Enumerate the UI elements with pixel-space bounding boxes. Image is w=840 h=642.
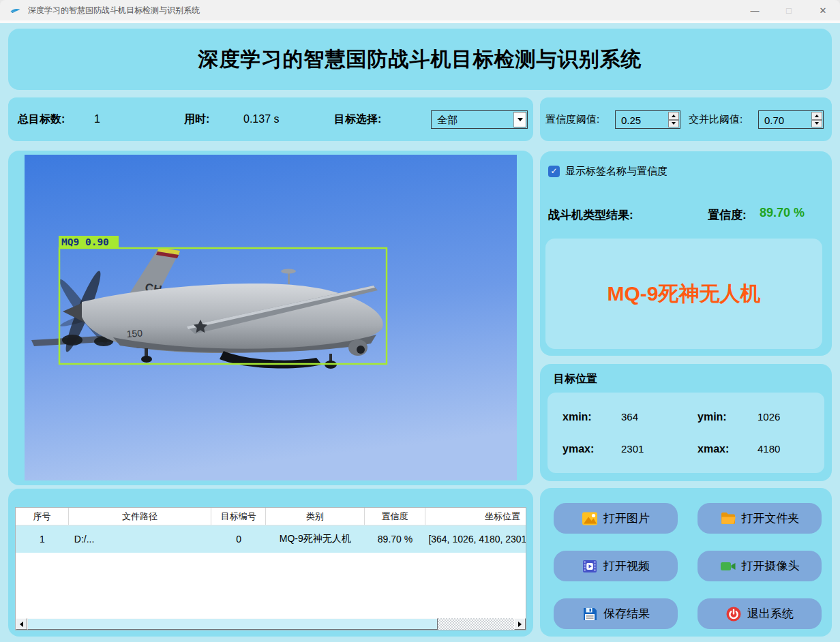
col-header-coords[interactable]: 坐标位置	[425, 508, 526, 525]
confidence-threshold-value: 0.25	[621, 114, 641, 125]
xmax-label: xmax:	[698, 443, 758, 455]
show-labels-checkbox[interactable]	[548, 166, 560, 177]
image-viewer-panel: CH	[8, 151, 533, 485]
open-folder-button[interactable]: 打开文件夹	[698, 503, 822, 534]
tail-number-marking: 150	[126, 327, 143, 339]
table-row[interactable]: 1 D:/... 0 MQ-9死神无人机 89.70 % [364, 1026,…	[16, 525, 526, 553]
close-button[interactable]: ✕	[806, 0, 840, 20]
window-controls: — □ ✕	[738, 0, 840, 20]
xmax-value: 4180	[758, 443, 824, 455]
camera-icon	[720, 558, 736, 575]
total-targets-value: 1	[94, 113, 100, 125]
open-video-button[interactable]: 打开视频	[554, 551, 678, 581]
arrow-down-icon	[672, 122, 676, 125]
cell-confidence: 89.70 %	[365, 525, 426, 553]
elapsed-time-value: 0.137 s	[243, 113, 279, 125]
exit-system-button[interactable]: 退出系统	[698, 598, 822, 629]
scroll-left-button[interactable]	[16, 618, 27, 630]
main-content: 深度学习的智慧国防战斗机目标检测与识别系统 总目标数: 1 用时: 0.137 …	[0, 20, 840, 642]
fighter-type-label: 战斗机类型结果:	[548, 207, 633, 223]
xmin-value: 364	[621, 411, 698, 423]
confidence-value: 89.70 %	[760, 206, 805, 220]
ymin-value: 1026	[758, 411, 824, 423]
ymax-value: 2301	[621, 443, 698, 455]
power-icon	[725, 606, 742, 622]
table-header-row: 序号 文件路径 目标编号 类别 置信度 坐标位置	[16, 508, 526, 525]
bounding-box-label: MQ9 0.90	[61, 236, 109, 247]
image-icon	[582, 510, 598, 527]
window-title: 深度学习的智慧国防战斗机目标检测与识别系统	[28, 5, 200, 16]
scroll-right-button[interactable]	[514, 618, 526, 630]
confidence-threshold-spinbox[interactable]: 0.25	[615, 110, 680, 129]
target-select-value: 全部	[437, 113, 457, 126]
show-labels-option[interactable]: 显示标签名称与置信度	[548, 165, 668, 178]
elapsed-time-label: 用时:	[184, 112, 209, 127]
chevron-down-icon	[518, 118, 523, 121]
target-position-panel: 目标位置 xmin: 364 ymin: 1026 ymax: 2301 xma…	[540, 364, 832, 481]
thresholds-bar: 置信度阈值: 0.25 交并比阈值: 0.70	[540, 97, 832, 141]
spin-down-button[interactable]	[811, 120, 822, 128]
iou-threshold-label: 交并比阈值:	[689, 113, 742, 126]
titlebar: 深度学习的智慧国防战斗机目标检测与识别系统 — □ ✕	[0, 0, 840, 20]
app-icon	[10, 5, 21, 16]
col-header-confidence[interactable]: 置信度	[365, 508, 426, 525]
scrollbar-track[interactable]	[438, 618, 514, 630]
spin-up-button[interactable]	[668, 112, 679, 120]
table-empty-area	[16, 553, 526, 618]
video-icon	[582, 558, 598, 575]
cell-index: 1	[16, 525, 69, 553]
minimize-button[interactable]: —	[738, 0, 772, 20]
save-results-button[interactable]: 保存结果	[554, 598, 678, 629]
cell-coords: [364, 1026, 4180, 2301]	[425, 525, 526, 553]
dropdown-arrow-button[interactable]	[513, 112, 526, 127]
col-header-target-id[interactable]: 目标编号	[211, 508, 266, 525]
detection-image: CH	[25, 155, 517, 480]
ymax-label: ymax:	[562, 443, 621, 455]
cell-filepath: D:/...	[69, 525, 211, 553]
maximize-button[interactable]: □	[772, 0, 806, 20]
action-buttons-panel: 打开图片 打开文件夹 打开视频 打开摄像头 保存结果 退出系统	[540, 488, 832, 637]
arrow-up-icon	[815, 114, 819, 117]
cell-class: MQ-9死神无人机	[266, 525, 365, 553]
horizontal-scrollbar[interactable]	[16, 618, 526, 630]
spin-down-button[interactable]	[668, 120, 679, 128]
col-header-class[interactable]: 类别	[266, 508, 365, 525]
iou-threshold-spinbox[interactable]: 0.70	[758, 110, 824, 129]
stats-bar: 总目标数: 1 用时: 0.137 s 目标选择: 全部	[8, 97, 533, 141]
show-labels-label: 显示标签名称与置信度	[565, 165, 668, 178]
col-header-filepath[interactable]: 文件路径	[69, 508, 211, 525]
xmin-label: xmin:	[562, 411, 621, 423]
arrow-right-icon	[518, 622, 522, 627]
total-targets-label: 总目标数:	[18, 112, 65, 127]
save-icon	[582, 606, 598, 622]
col-header-index[interactable]: 序号	[16, 508, 69, 525]
target-select-label: 目标选择:	[334, 112, 381, 127]
target-position-box: xmin: 364 ymin: 1026 ymax: 2301 xmax: 41…	[548, 393, 824, 473]
app-window: 深度学习的智慧国防战斗机目标检测与识别系统 — □ ✕ 深度学习的智慧国防战斗机…	[0, 0, 840, 642]
open-camera-button[interactable]: 打开摄像头	[698, 551, 822, 581]
ymin-label: ymin:	[698, 411, 758, 423]
cell-target-id: 0	[211, 525, 266, 553]
results-table[interactable]: 序号 文件路径 目标编号 类别 置信度 坐标位置 1 D:/... 0 MQ-9…	[15, 507, 526, 630]
folder-icon	[720, 510, 736, 527]
header-banner: 深度学习的智慧国防战斗机目标检测与识别系统	[8, 29, 832, 90]
page-title: 深度学习的智慧国防战斗机目标检测与识别系统	[198, 46, 642, 74]
target-select-dropdown[interactable]: 全部	[431, 110, 528, 129]
arrow-up-icon	[672, 114, 676, 117]
detection-result-panel: 显示标签名称与置信度 战斗机类型结果: 置信度: 89.70 % MQ-9死神无…	[540, 151, 832, 356]
spin-up-button[interactable]	[811, 112, 822, 120]
iou-threshold-value: 0.70	[764, 114, 784, 125]
result-text: MQ-9死神无人机	[608, 280, 761, 308]
results-table-panel: 序号 文件路径 目标编号 类别 置信度 坐标位置 1 D:/... 0 MQ-9…	[8, 489, 533, 637]
result-box: MQ-9死神无人机	[545, 239, 822, 349]
confidence-label: 置信度:	[708, 207, 747, 223]
arrow-left-icon	[20, 622, 23, 627]
confidence-threshold-label: 置信度阈值:	[545, 113, 599, 126]
open-image-button[interactable]: 打开图片	[554, 503, 678, 534]
arrow-down-icon	[815, 122, 819, 125]
target-position-title: 目标位置	[554, 372, 597, 386]
scrollbar-thumb[interactable]	[27, 618, 438, 630]
